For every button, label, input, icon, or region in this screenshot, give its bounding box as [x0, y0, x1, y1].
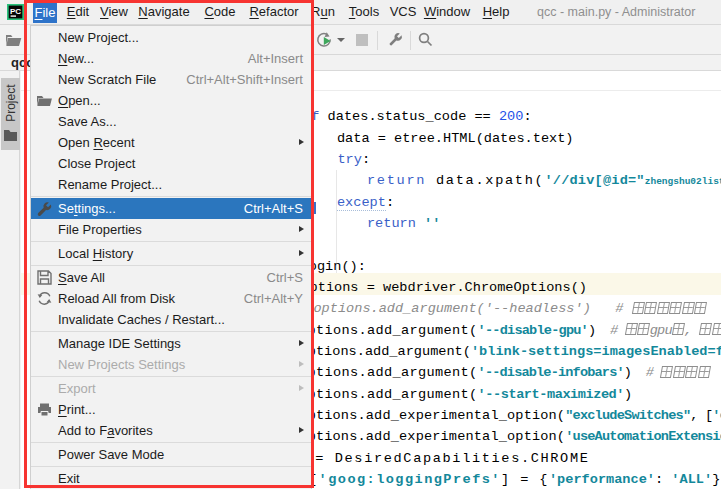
- svg-text:PC: PC: [10, 7, 21, 16]
